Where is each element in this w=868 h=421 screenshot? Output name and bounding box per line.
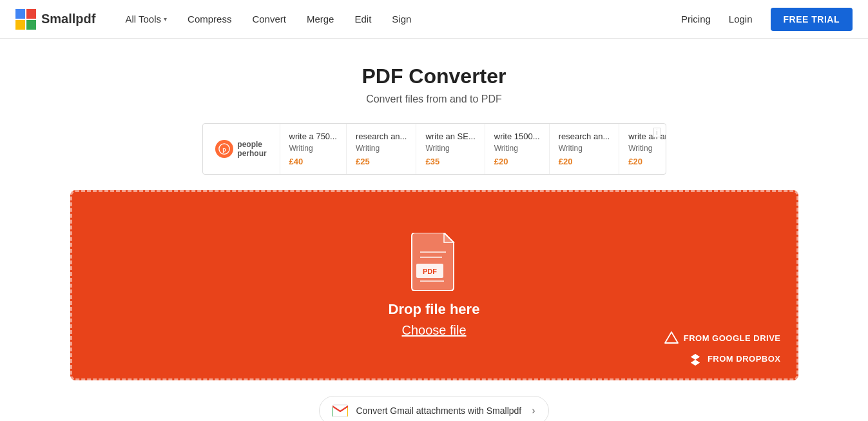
cloud-buttons: FROM GOOGLE DRIVE FROM DROPBOX bbox=[664, 331, 781, 366]
choose-file-link[interactable]: Choose file bbox=[401, 323, 466, 338]
logo-text: Smallpdf bbox=[41, 12, 95, 26]
logo-icon bbox=[15, 9, 36, 30]
ad-item[interactable]: research an... Writing £20 bbox=[550, 124, 620, 174]
ad-item[interactable]: write an SE... Writing £35 bbox=[416, 124, 485, 174]
ad-item-title: write 1500... bbox=[494, 132, 540, 141]
header: Smallpdf All Tools ▾ Compress Convert Me… bbox=[0, 0, 868, 39]
nav-sign[interactable]: Sign bbox=[383, 8, 420, 30]
drop-zone[interactable]: PDF Drop file here Choose file FROM GOOG… bbox=[70, 190, 798, 380]
nav-convert[interactable]: Convert bbox=[243, 8, 295, 30]
ad-indicator: i bbox=[653, 128, 660, 137]
google-drive-icon bbox=[664, 331, 679, 345]
svg-text:PDF: PDF bbox=[423, 268, 437, 275]
dropbox-button[interactable]: FROM DROPBOX bbox=[688, 351, 781, 366]
gmail-banner[interactable]: Convert Gmail attachments with Smallpdf … bbox=[319, 396, 548, 421]
ad-item-price: £20 bbox=[494, 157, 540, 166]
ad-item-title: research an... bbox=[356, 132, 407, 141]
svg-marker-13 bbox=[691, 354, 700, 366]
ad-item-title: write an SE... bbox=[425, 132, 475, 141]
svg-rect-2 bbox=[15, 20, 25, 30]
main-content: PDF Converter Convert files from and to … bbox=[0, 39, 868, 421]
main-nav: All Tools ▾ Compress Convert Merge Edit … bbox=[116, 8, 681, 30]
ad-item-category: Writing bbox=[356, 144, 407, 153]
ad-item-price: £20 bbox=[559, 157, 610, 166]
ad-item-category: Writing bbox=[289, 144, 337, 153]
page-subtitle: Convert files from and to PDF bbox=[366, 93, 502, 105]
login-button[interactable]: Login bbox=[721, 8, 760, 30]
ad-logo-section[interactable]: p peopleperhour bbox=[203, 124, 280, 174]
ad-item-title: write a 750... bbox=[289, 132, 337, 141]
nav-edit[interactable]: Edit bbox=[345, 8, 380, 30]
nav-right: Pricing Login FREE TRIAL bbox=[681, 8, 853, 31]
ad-item-price: £20 bbox=[628, 157, 666, 166]
free-trial-button[interactable]: FREE TRIAL bbox=[771, 8, 853, 31]
dropbox-icon bbox=[688, 351, 702, 366]
nav-merge[interactable]: Merge bbox=[298, 8, 343, 30]
nav-compress[interactable]: Compress bbox=[178, 8, 240, 30]
pph-icon: p bbox=[215, 140, 233, 158]
svg-text:p: p bbox=[223, 146, 227, 153]
ad-item-category: Writing bbox=[494, 144, 540, 153]
gmail-text: Convert Gmail attachments with Smallpdf bbox=[356, 406, 521, 416]
ad-item-price: £25 bbox=[356, 157, 407, 166]
gmail-arrow-icon: › bbox=[532, 405, 535, 416]
ad-item-price: £35 bbox=[425, 157, 475, 166]
ad-item-category: Writing bbox=[559, 144, 610, 153]
svg-marker-11 bbox=[665, 332, 678, 343]
ad-item[interactable]: write a 750... Writing £40 bbox=[280, 124, 347, 174]
pdf-file-icon: PDF bbox=[409, 233, 460, 291]
ad-item[interactable]: write 1500... Writing £20 bbox=[485, 124, 550, 174]
ad-item-category: Writing bbox=[628, 144, 666, 153]
nav-all-tools[interactable]: All Tools ▾ bbox=[116, 8, 176, 30]
svg-rect-0 bbox=[15, 9, 25, 19]
ad-banner: p peopleperhour write a 750... Writing £… bbox=[202, 123, 666, 175]
ad-item-title: write an art... bbox=[628, 132, 666, 141]
gmail-icon bbox=[333, 403, 348, 418]
ad-item-title: research an... bbox=[559, 132, 610, 141]
chevron-down-icon: ▾ bbox=[164, 15, 167, 23]
logo[interactable]: Smallpdf bbox=[15, 9, 95, 30]
svg-rect-1 bbox=[26, 9, 36, 19]
ad-item-price: £40 bbox=[289, 157, 337, 166]
pph-logo: p peopleperhour bbox=[215, 140, 266, 159]
google-drive-button[interactable]: FROM GOOGLE DRIVE bbox=[664, 331, 781, 345]
ad-item[interactable]: research an... Writing £25 bbox=[347, 124, 417, 174]
pricing-link[interactable]: Pricing bbox=[681, 14, 711, 24]
svg-rect-3 bbox=[26, 20, 36, 30]
ad-items: write a 750... Writing £40 research an..… bbox=[280, 124, 666, 174]
ad-item-category: Writing bbox=[425, 144, 475, 153]
drop-title: Drop file here bbox=[389, 301, 480, 318]
page-title: PDF Converter bbox=[362, 64, 506, 88]
